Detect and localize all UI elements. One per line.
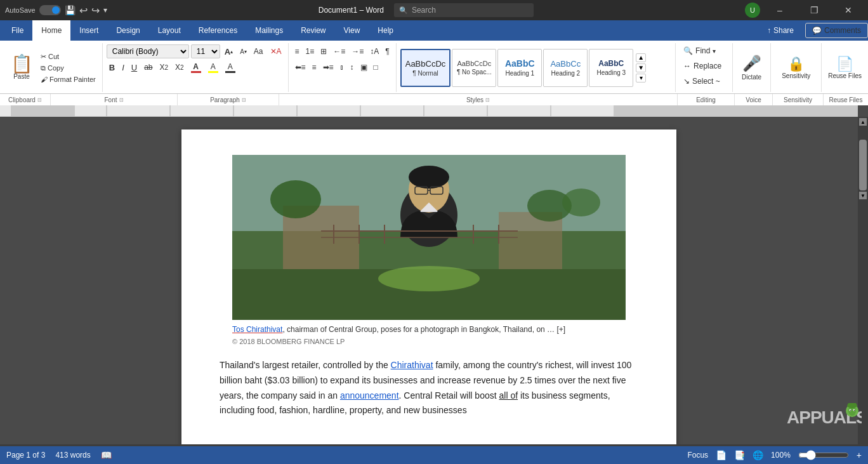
subscript-button[interactable]: X2 (157, 60, 171, 74)
tab-references[interactable]: References (190, 20, 246, 41)
undo-button[interactable]: ↩ (79, 4, 88, 17)
microphone-icon: 🎤 (742, 55, 761, 72)
document-area: Tos Chirathivat, chairman of Central Gro… (0, 117, 868, 444)
redo-button[interactable]: ↪ (91, 4, 100, 17)
styles-scroll-up[interactable]: ▲ (636, 53, 646, 62)
font-grow-button[interactable]: A▴ (222, 44, 235, 58)
align-left-button[interactable]: ⬅≡ (293, 60, 308, 74)
justify-button[interactable]: ⫾ (338, 60, 346, 74)
voice-group-label: Voice (735, 94, 773, 105)
body-link-chirathivat[interactable]: Chirathivat (391, 360, 433, 370)
superscript-button[interactable]: X2 (173, 60, 187, 74)
style-item-h3[interactable]: AaBbC Heading 3 (589, 49, 633, 87)
sort-button[interactable]: ↕A (367, 44, 381, 58)
share-button[interactable]: ↑ Share (760, 23, 801, 37)
align-center-button[interactable]: ≡ (310, 60, 319, 74)
clear-format-button[interactable]: ✕A (268, 44, 284, 58)
style-item-normal[interactable]: AaBbCcDc ¶ Normal (400, 49, 451, 87)
statusbar: Page 1 of 3 413 words 📖 Focus 📄 📑 🌐 100%… (0, 446, 868, 464)
scrollbar-down-button[interactable]: ▼ (859, 192, 867, 199)
underline-button[interactable]: U (129, 60, 140, 74)
tab-insert[interactable]: Insert (70, 20, 107, 41)
document-scroll[interactable]: Tos Chirathivat, chairman of Central Gro… (0, 117, 858, 444)
decrease-indent-icon: ←≡ (333, 47, 345, 56)
copy-button[interactable]: ⧉ Copy (38, 63, 98, 74)
find-button[interactable]: 🔍 Find ▾ (680, 44, 720, 57)
highlight-button[interactable]: A (206, 60, 221, 74)
italic-button[interactable]: I (119, 60, 127, 74)
comments-button[interactable]: 💬 Comments (805, 23, 868, 38)
page-indicator: Page 1 of 3 (6, 451, 45, 460)
save-icon[interactable]: 💾 (65, 5, 76, 15)
style-item-nospace[interactable]: AaBbCcDc ¶ No Spac... (452, 49, 496, 87)
style-item-h1[interactable]: AaBbC Heading 1 (497, 49, 542, 87)
styles-scroll-down[interactable]: ▼ (636, 63, 646, 72)
shade-icon: A (225, 62, 235, 73)
sensitivity-button[interactable]: 🔒 Sensitivity (779, 53, 813, 82)
view-read-icon[interactable]: 📑 (734, 450, 745, 460)
reuse-files-button[interactable]: 📄 Reuse Files (825, 53, 864, 82)
font-color-button[interactable]: A (188, 60, 204, 74)
format-painter-button[interactable]: 🖌 Format Painter (38, 74, 98, 84)
tab-file[interactable]: File (3, 20, 32, 41)
caption-link[interactable]: Tos Chirathivat (232, 325, 282, 334)
styles-expand[interactable]: ▾ (636, 74, 646, 83)
zoom-in-button[interactable]: + (857, 450, 862, 460)
increase-indent-button[interactable]: →≡ (349, 44, 366, 58)
pilcrow-button[interactable]: ¶ (383, 44, 391, 58)
cut-button[interactable]: ✂ Cut (38, 51, 98, 62)
close-button[interactable]: ✕ (834, 0, 863, 20)
document-image-container: Tos Chirathivat, chairman of Central Gro… (232, 155, 626, 345)
change-case-button[interactable]: Aa (251, 44, 266, 58)
style-item-h2[interactable]: AaBbCc Heading 2 (543, 49, 588, 87)
tab-view[interactable]: View (335, 20, 369, 41)
focus-button[interactable]: Focus (687, 451, 708, 460)
restore-button[interactable]: ❐ (799, 0, 829, 20)
document-body: Thailand's largest retailer, controlled … (220, 358, 638, 418)
decrease-indent-button[interactable]: ←≡ (331, 44, 348, 58)
minimize-button[interactable]: – (765, 0, 794, 20)
sensitivity-group-label: Sensitivity (773, 94, 824, 105)
scrollbar-up-button[interactable]: ▲ (859, 118, 867, 126)
bold-button[interactable]: B (107, 60, 117, 74)
line-spacing-button[interactable]: ↕ (348, 60, 357, 74)
align-right-button[interactable]: ➡≡ (320, 60, 336, 74)
view-layout-icon[interactable]: 📄 (716, 450, 727, 460)
text-shade-button[interactable]: A (223, 60, 238, 74)
dictate-button[interactable]: 🎤 Dictate (737, 52, 766, 83)
borders-button[interactable]: □ (371, 60, 381, 74)
ruler-area (0, 105, 868, 117)
tab-help[interactable]: Help (369, 20, 402, 41)
paragraph-expand-icon[interactable]: ⊡ (242, 97, 246, 103)
tab-home[interactable]: Home (32, 20, 70, 41)
shading-button[interactable]: ▣ (358, 60, 370, 74)
font-expand-icon[interactable]: ⊡ (119, 97, 124, 103)
numbering-button[interactable]: 1≡ (303, 44, 317, 58)
font-name-select[interactable]: Calibri (Body) (107, 44, 189, 58)
autosave-toggle[interactable] (39, 5, 61, 15)
view-web-icon[interactable]: 🌐 (753, 450, 763, 460)
tab-layout[interactable]: Layout (149, 20, 190, 41)
zoom-slider[interactable] (798, 451, 849, 460)
paragraph-row2: ⬅≡ ≡ ➡≡ ⫾ ↕ ▣ □ (293, 60, 381, 74)
tab-mailings[interactable]: Mailings (246, 20, 292, 41)
font-shrink-button[interactable]: A▾ (237, 44, 249, 58)
titlebar-search[interactable]: 🔍 Search (394, 3, 534, 17)
share-icon: ↑ (767, 26, 771, 35)
strikethrough-button[interactable]: ab (141, 60, 155, 74)
body-link-announcement[interactable]: announcement (340, 390, 399, 401)
scrollbar-thumb[interactable] (859, 140, 867, 190)
paste-button[interactable]: 📋 Paste (6, 44, 37, 91)
style-preview-h2: AaBbCc (550, 59, 581, 69)
ribbon-labels-row: Clipboard ⊡ Font ⊡ Paragraph ⊡ Styles ⊡ … (0, 94, 868, 105)
select-button[interactable]: ↘ Select ~ (680, 75, 724, 88)
tab-design[interactable]: Design (107, 20, 148, 41)
font-size-select[interactable]: 11 (191, 44, 220, 58)
bullets-button[interactable]: ≡ (293, 44, 302, 58)
quick-access-more[interactable]: ▾ (103, 6, 107, 15)
clipboard-expand-icon[interactable]: ⊡ (37, 97, 42, 103)
tab-review[interactable]: Review (292, 20, 334, 41)
replace-button[interactable]: ↔ Replace (680, 60, 725, 72)
styles-expand-icon[interactable]: ⊡ (485, 97, 490, 103)
multilevel-button[interactable]: ⊞ (318, 44, 329, 58)
